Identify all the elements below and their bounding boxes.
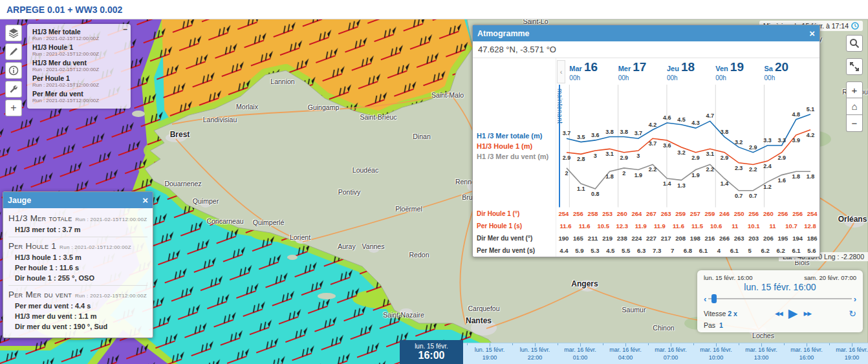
legend-item: H1/3 Houle 1 (m) bbox=[477, 142, 556, 150]
home-button[interactable]: ⌂ bbox=[846, 98, 863, 115]
svg-text:2: 2 bbox=[622, 170, 625, 177]
gauge-section: H1/3 Mer totaleRun : 2021-02-15T12:00:00… bbox=[8, 209, 147, 237]
speed-label: Vitesse bbox=[704, 310, 726, 317]
timeline-tick-mark bbox=[829, 343, 830, 345]
refresh-button[interactable]: ↻ bbox=[849, 308, 856, 319]
table-cell: 6.8 bbox=[680, 247, 696, 254]
table-cell: 7.3 bbox=[649, 247, 665, 254]
pencil-icon bbox=[8, 47, 19, 57]
map-city-label: Quimper bbox=[193, 197, 219, 205]
settings-tool-button[interactable] bbox=[5, 81, 22, 98]
atmogram-title: Atmogramme bbox=[477, 29, 530, 38]
slider-track[interactable] bbox=[708, 298, 851, 299]
layers-panel: – H1/3 Mer totaleRun : 2021-02-15T12:00:… bbox=[27, 24, 131, 109]
svg-text:3.7: 3.7 bbox=[649, 141, 656, 147]
table-cell: 4.5 bbox=[603, 247, 618, 254]
table-cell: 5.3 bbox=[587, 247, 603, 254]
slider-right-arrow[interactable]: › bbox=[854, 294, 856, 304]
svg-text:1.3: 1.3 bbox=[677, 182, 685, 189]
svg-text:3.7: 3.7 bbox=[563, 131, 570, 137]
add-tool-button[interactable]: + bbox=[5, 100, 22, 116]
table-cell: 10.1 bbox=[744, 222, 763, 230]
timeline-tick-label: mar. 16 févr.19:00 bbox=[836, 347, 868, 361]
timeline-bar[interactable]: lun. 15 févr.19:00lun. 15 févr.22:00mar.… bbox=[400, 343, 868, 364]
legend-item: H1 /3 Mer du vent (m) bbox=[477, 153, 556, 160]
table-cell: 11.9 bbox=[650, 222, 669, 230]
svg-text:2.9: 2.9 bbox=[777, 155, 785, 161]
layer-item[interactable]: H1/3 Mer totaleRun : 2021-02-15T12:00:00… bbox=[32, 28, 125, 41]
svg-text:4.6: 4.6 bbox=[663, 115, 671, 122]
svg-text:3.3: 3.3 bbox=[763, 137, 771, 144]
zoom-out-button[interactable]: − bbox=[846, 115, 863, 132]
draw-tool-button[interactable] bbox=[5, 43, 22, 60]
previous-period-button[interactable]: ‹ bbox=[557, 60, 565, 83]
atmogram-chart-column: ‹ Mar 1600hMer 1700hJeu 1800hVen 1900hSa… bbox=[556, 58, 819, 257]
table-cell: 256 bbox=[790, 210, 805, 217]
svg-text:3.5: 3.5 bbox=[577, 134, 585, 140]
table-cell: 224 bbox=[629, 235, 644, 242]
svg-text:2.2: 2.2 bbox=[749, 167, 757, 173]
slider-handle[interactable] bbox=[711, 294, 717, 303]
step-forward-button[interactable]: ▶▶ bbox=[803, 310, 811, 317]
table-cell: 6.1 bbox=[726, 247, 742, 254]
table-cell: 4.4 bbox=[556, 247, 572, 254]
map-toolbar: + bbox=[5, 25, 22, 116]
search-button[interactable] bbox=[846, 35, 863, 52]
current-date: lun. 15 févr. bbox=[415, 343, 448, 350]
table-cell: 216 bbox=[702, 235, 717, 242]
timeline-tick-mark bbox=[693, 343, 694, 345]
layer-item-label: Per Houle 1 bbox=[32, 74, 125, 82]
atmogram-coordinates: 47.628 °N, -3.571 °O bbox=[473, 41, 819, 58]
layer-item[interactable]: H1/3 Houle 1Run : 2021-02-15T12:00:00Z bbox=[32, 43, 125, 57]
current-hour: 16:00 bbox=[418, 350, 445, 361]
svg-text:3.3: 3.3 bbox=[777, 137, 785, 144]
map-viewport[interactable]: Saint-LôBernayLimayRambouilletLannionMor… bbox=[0, 19, 868, 364]
table-cell: 5.5 bbox=[618, 247, 634, 254]
legend-item: H1 /3 Mer totale (m) bbox=[477, 132, 556, 140]
info-tool-button[interactable] bbox=[5, 62, 22, 79]
layers-tool-button[interactable] bbox=[5, 25, 22, 41]
timeline-tick-mark bbox=[467, 343, 468, 345]
map-city-label: Landivisiau bbox=[203, 116, 237, 123]
timeline-tick-label: mar. 16 févr.13:00 bbox=[745, 347, 777, 361]
step-label: Pas bbox=[704, 321, 715, 329]
svg-text:3: 3 bbox=[594, 153, 597, 159]
table-cell: 198 bbox=[688, 235, 702, 242]
layer-item[interactable]: Per Mer du ventRun : 2021-02-15T12:00:00… bbox=[32, 90, 125, 103]
layer-item-label: H1/3 Mer totale bbox=[32, 28, 125, 36]
map-city-label: Guingamp bbox=[308, 103, 339, 111]
table-cell: 264 bbox=[629, 210, 644, 217]
zoom-in-button[interactable]: + bbox=[846, 81, 863, 98]
player-controls: Vitesse 2 x ◀◀ ▶ ▶▶ ↻ bbox=[704, 306, 856, 321]
range-start: lun. 15 févr. 16:00 bbox=[704, 274, 753, 281]
gauge-close-button[interactable]: × bbox=[142, 195, 148, 205]
slider-left-arrow[interactable]: ‹ bbox=[704, 294, 706, 304]
svg-text:1.9: 1.9 bbox=[691, 172, 699, 178]
timeline-tick-label: mar. 16 févr.10:00 bbox=[700, 347, 732, 361]
fullscreen-button[interactable] bbox=[846, 58, 863, 75]
map-city-label: Carquefou bbox=[468, 305, 499, 312]
table-cell: 6.2 bbox=[773, 247, 788, 254]
layer-item-run: Run : 2021-02-15T12:00:00Z bbox=[32, 82, 125, 88]
layer-item-run: Run : 2021-02-15T12:00:00Z bbox=[32, 51, 125, 57]
map-city-label: Chinon bbox=[653, 324, 674, 332]
layer-item[interactable]: Per Houle 1Run : 2021-02-15T12:00:00Z bbox=[32, 74, 125, 88]
timeline-tick-label: lun. 15 févr.19:00 bbox=[475, 347, 505, 361]
map-city-label: Saint-Nazaire bbox=[383, 311, 424, 319]
atmogram-header: Atmogramme × bbox=[473, 25, 819, 41]
layer-item[interactable]: H1/3 Mer du ventRun : 2021-02-15T12:00:0… bbox=[32, 59, 125, 72]
atmogram-panel: Atmogramme × 47.628 °N, -3.571 °O H1 /3 … bbox=[472, 25, 820, 257]
table-cell: 10.7 bbox=[782, 222, 801, 230]
table-cell: 267 bbox=[644, 210, 659, 217]
layers-panel-minimize-button[interactable]: – bbox=[123, 25, 127, 34]
gauge-section: Per Houle 1Run : 2021-02-15T12:00:00ZH1/… bbox=[8, 237, 147, 286]
layer-item-run: Run : 2021-02-15T12:00:00Z bbox=[32, 98, 125, 103]
gauge-section: Per Mer du ventRun : 2021-02-15T12:00:00… bbox=[8, 286, 147, 334]
time-slider[interactable]: ‹ › bbox=[704, 294, 856, 304]
svg-text:1.6: 1.6 bbox=[777, 177, 785, 184]
svg-text:2: 2 bbox=[565, 170, 568, 177]
atmogram-close-button[interactable]: × bbox=[809, 28, 815, 38]
play-button[interactable]: ▶ bbox=[788, 306, 798, 321]
table-cell: 263 bbox=[658, 210, 673, 217]
step-back-button[interactable]: ◀◀ bbox=[775, 310, 783, 317]
